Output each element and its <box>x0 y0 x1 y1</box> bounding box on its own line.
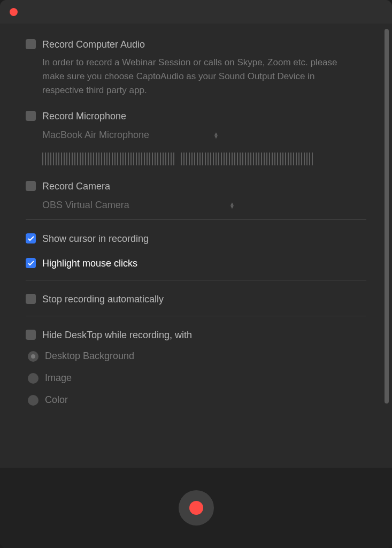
updown-icon: ▲▼ <box>229 202 235 209</box>
camera-device-row: OBS Virtual Camera ▲▼ <box>42 197 366 213</box>
record-camera-row: Record Camera <box>26 180 366 192</box>
highlight-clicks-row: Highlight mouse clicks <box>26 257 366 269</box>
stop-auto-row: Stop recording automatically <box>26 293 366 305</box>
microphone-level-meter <box>42 153 366 165</box>
camera-device-value: OBS Virtual Camera <box>42 200 129 211</box>
hide-desktop-checkbox[interactable] <box>26 330 36 340</box>
radio-image-label: Image <box>45 372 72 384</box>
divider <box>26 280 366 280</box>
record-microphone-row: Record Microphone <box>26 110 366 122</box>
divider <box>26 316 366 316</box>
show-cursor-checkbox[interactable] <box>26 233 36 243</box>
highlight-clicks-checkbox[interactable] <box>26 258 36 268</box>
radio-desktop-background-row: Desktop Background <box>28 351 366 362</box>
record-microphone-checkbox[interactable] <box>26 111 36 121</box>
recording-settings-window: Record Computer Audio In order to record… <box>0 0 392 548</box>
hide-desktop-row: Hide DeskTop while recording, with <box>26 329 366 341</box>
hide-desktop-radio-group: Desktop Background Image Color <box>28 351 366 406</box>
updown-icon: ▲▼ <box>213 132 219 139</box>
radio-desktop-background[interactable] <box>28 351 39 362</box>
stop-auto-checkbox[interactable] <box>26 294 36 304</box>
show-cursor-row: Show cursor in recording <box>26 233 366 245</box>
content-area: Record Computer Audio In order to record… <box>0 24 392 468</box>
microphone-device-select[interactable]: MacBook Air Microphone ▲▼ <box>42 127 219 143</box>
window-titlebar <box>0 0 392 24</box>
record-microphone-label: Record Microphone <box>42 110 126 122</box>
radio-color-label: Color <box>45 394 68 406</box>
radio-desktop-background-label: Desktop Background <box>45 351 134 362</box>
hide-desktop-label: Hide DeskTop while recording, with <box>42 329 192 341</box>
record-computer-audio-row: Record Computer Audio <box>26 39 366 50</box>
camera-device-select[interactable]: OBS Virtual Camera ▲▼ <box>42 197 235 213</box>
radio-color-row: Color <box>28 394 366 406</box>
microphone-device-row: MacBook Air Microphone ▲▼ <box>42 127 366 143</box>
record-camera-checkbox[interactable] <box>26 181 36 191</box>
highlight-clicks-label: Highlight mouse clicks <box>42 257 137 269</box>
close-window-button[interactable] <box>10 8 18 16</box>
record-icon <box>189 501 203 515</box>
radio-color[interactable] <box>28 395 39 406</box>
record-computer-audio-help: In order to record a Webinar Session or … <box>42 56 358 97</box>
stop-auto-label: Stop recording automatically <box>42 293 164 305</box>
radio-image[interactable] <box>28 373 39 384</box>
show-cursor-label: Show cursor in recording <box>42 233 149 245</box>
record-computer-audio-label: Record Computer Audio <box>42 39 145 50</box>
record-button[interactable] <box>179 490 214 526</box>
record-camera-label: Record Camera <box>42 180 110 192</box>
microphone-device-value: MacBook Air Microphone <box>42 130 149 141</box>
footer-bar <box>0 468 392 548</box>
settings-scroll: Record Computer Audio In order to record… <box>0 24 392 468</box>
record-computer-audio-checkbox[interactable] <box>26 39 36 49</box>
divider <box>26 219 366 220</box>
radio-image-row: Image <box>28 372 366 384</box>
